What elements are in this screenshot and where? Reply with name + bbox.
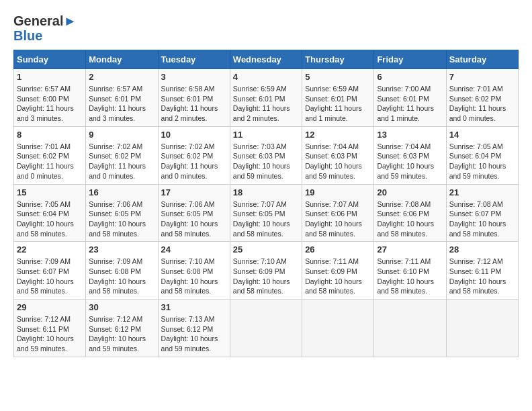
logo: General► Blue xyxy=(13,13,77,43)
day-info: Sunrise: 7:04 AMSunset: 6:03 PMDaylight:… xyxy=(377,142,434,180)
day-info: Sunrise: 6:58 AMSunset: 6:01 PMDaylight:… xyxy=(161,85,218,122)
calendar-header-cell: Sunday xyxy=(14,50,86,69)
calendar-day-cell: 16 Sunrise: 7:06 AMSunset: 6:05 PMDaylig… xyxy=(86,184,158,242)
day-info: Sunrise: 7:03 AMSunset: 6:03 PMDaylight:… xyxy=(233,142,290,180)
day-number: 7 xyxy=(449,72,515,82)
calendar-day-cell: 6 Sunrise: 7:00 AMSunset: 6:01 PMDayligh… xyxy=(374,69,446,127)
day-info: Sunrise: 7:09 AMSunset: 6:07 PMDaylight:… xyxy=(17,257,74,295)
calendar-day-cell: 1 Sunrise: 6:57 AMSunset: 6:00 PMDayligh… xyxy=(14,69,86,127)
day-number: 9 xyxy=(89,130,154,140)
calendar-day-cell: 26 Sunrise: 7:11 AMSunset: 6:09 PMDaylig… xyxy=(302,242,374,300)
day-number: 31 xyxy=(161,302,227,312)
calendar-week-row: 8 Sunrise: 7:01 AMSunset: 6:02 PMDayligh… xyxy=(14,126,519,184)
day-info: Sunrise: 7:02 AMSunset: 6:02 PMDaylight:… xyxy=(89,142,146,180)
calendar-day-cell: 11 Sunrise: 7:03 AMSunset: 6:03 PMDaylig… xyxy=(230,126,302,184)
calendar-header-cell: Saturday xyxy=(446,50,518,69)
calendar-day-cell: 24 Sunrise: 7:10 AMSunset: 6:08 PMDaylig… xyxy=(158,242,230,300)
calendar-header-cell: Thursday xyxy=(302,50,374,69)
calendar-day-cell: 15 Sunrise: 7:05 AMSunset: 6:04 PMDaylig… xyxy=(14,184,86,242)
page-header: General► Blue xyxy=(13,13,519,43)
day-number: 2 xyxy=(89,72,154,82)
calendar-day-cell: 3 Sunrise: 6:58 AMSunset: 6:01 PMDayligh… xyxy=(158,69,230,127)
day-info: Sunrise: 7:06 AMSunset: 6:05 PMDaylight:… xyxy=(161,200,218,238)
day-info: Sunrise: 7:05 AMSunset: 6:04 PMDaylight:… xyxy=(449,142,506,180)
day-number: 1 xyxy=(17,72,83,82)
day-info: Sunrise: 7:08 AMSunset: 6:07 PMDaylight:… xyxy=(449,200,506,238)
calendar-day-cell: 20 Sunrise: 7:08 AMSunset: 6:06 PMDaylig… xyxy=(374,184,446,242)
calendar-day-cell: 13 Sunrise: 7:04 AMSunset: 6:03 PMDaylig… xyxy=(374,126,446,184)
day-number: 15 xyxy=(17,187,83,197)
calendar-day-cell: 2 Sunrise: 6:57 AMSunset: 6:01 PMDayligh… xyxy=(86,69,158,127)
calendar-day-cell: 27 Sunrise: 7:11 AMSunset: 6:10 PMDaylig… xyxy=(374,242,446,300)
calendar-day-cell: 25 Sunrise: 7:10 AMSunset: 6:09 PMDaylig… xyxy=(230,242,302,300)
day-number: 20 xyxy=(377,187,443,197)
day-info: Sunrise: 7:12 AMSunset: 6:11 PMDaylight:… xyxy=(449,257,506,295)
day-number: 17 xyxy=(161,187,227,197)
day-info: Sunrise: 7:01 AMSunset: 6:02 PMDaylight:… xyxy=(449,85,506,122)
day-number: 27 xyxy=(377,244,443,255)
day-number: 22 xyxy=(17,244,83,255)
day-info: Sunrise: 6:57 AMSunset: 6:01 PMDaylight:… xyxy=(89,85,146,122)
logo-bird-icon: ► xyxy=(63,13,77,28)
calendar-header-cell: Monday xyxy=(86,50,158,69)
day-info: Sunrise: 7:12 AMSunset: 6:11 PMDaylight:… xyxy=(17,315,74,353)
day-info: Sunrise: 7:00 AMSunset: 6:01 PMDaylight:… xyxy=(377,85,434,122)
calendar-day-cell: 9 Sunrise: 7:02 AMSunset: 6:02 PMDayligh… xyxy=(86,126,158,184)
calendar-header-row: SundayMondayTuesdayWednesdayThursdayFrid… xyxy=(14,50,519,69)
day-info: Sunrise: 7:08 AMSunset: 6:06 PMDaylight:… xyxy=(377,200,434,238)
day-info: Sunrise: 7:02 AMSunset: 6:02 PMDaylight:… xyxy=(161,142,218,180)
calendar-week-row: 29 Sunrise: 7:12 AMSunset: 6:11 PMDaylig… xyxy=(14,300,519,357)
day-number: 29 xyxy=(17,302,83,312)
calendar-day-cell: 12 Sunrise: 7:04 AMSunset: 6:03 PMDaylig… xyxy=(302,126,374,184)
day-number: 19 xyxy=(305,187,371,197)
day-info: Sunrise: 7:12 AMSunset: 6:12 PMDaylight:… xyxy=(89,315,146,353)
day-number: 11 xyxy=(233,130,299,140)
day-number: 18 xyxy=(233,187,299,197)
day-info: Sunrise: 7:05 AMSunset: 6:04 PMDaylight:… xyxy=(17,200,74,238)
day-number: 3 xyxy=(161,72,227,82)
day-number: 25 xyxy=(233,244,299,255)
day-info: Sunrise: 7:11 AMSunset: 6:10 PMDaylight:… xyxy=(377,257,434,295)
day-number: 21 xyxy=(449,187,515,197)
calendar-day-cell: 21 Sunrise: 7:08 AMSunset: 6:07 PMDaylig… xyxy=(446,184,518,242)
day-number: 28 xyxy=(449,244,515,255)
calendar-day-cell: 8 Sunrise: 7:01 AMSunset: 6:02 PMDayligh… xyxy=(14,126,86,184)
logo-general: General xyxy=(13,13,63,28)
day-number: 30 xyxy=(89,302,154,312)
day-number: 12 xyxy=(305,130,371,140)
day-number: 26 xyxy=(305,244,371,255)
day-info: Sunrise: 7:10 AMSunset: 6:09 PMDaylight:… xyxy=(233,257,290,295)
calendar-week-row: 15 Sunrise: 7:05 AMSunset: 6:04 PMDaylig… xyxy=(14,184,519,242)
day-info: Sunrise: 7:13 AMSunset: 6:12 PMDaylight:… xyxy=(161,315,218,353)
calendar-day-cell: 5 Sunrise: 6:59 AMSunset: 6:01 PMDayligh… xyxy=(302,69,374,127)
calendar-week-row: 1 Sunrise: 6:57 AMSunset: 6:00 PMDayligh… xyxy=(14,69,519,127)
day-info: Sunrise: 7:07 AMSunset: 6:05 PMDaylight:… xyxy=(233,200,290,238)
day-info: Sunrise: 7:06 AMSunset: 6:05 PMDaylight:… xyxy=(89,200,146,238)
calendar-day-cell: 31 Sunrise: 7:13 AMSunset: 6:12 PMDaylig… xyxy=(158,300,230,357)
calendar-header-cell: Tuesday xyxy=(158,50,230,69)
calendar-day-cell: 4 Sunrise: 6:59 AMSunset: 6:01 PMDayligh… xyxy=(230,69,302,127)
day-number: 10 xyxy=(161,130,227,140)
calendar-header-cell: Friday xyxy=(374,50,446,69)
calendar-day-cell xyxy=(374,300,446,357)
logo-blue: Blue xyxy=(13,28,42,43)
day-number: 13 xyxy=(377,130,443,140)
calendar-day-cell: 10 Sunrise: 7:02 AMSunset: 6:02 PMDaylig… xyxy=(158,126,230,184)
calendar-body: 1 Sunrise: 6:57 AMSunset: 6:00 PMDayligh… xyxy=(14,69,519,357)
day-info: Sunrise: 6:57 AMSunset: 6:00 PMDaylight:… xyxy=(17,85,74,122)
calendar-day-cell: 22 Sunrise: 7:09 AMSunset: 6:07 PMDaylig… xyxy=(14,242,86,300)
day-number: 4 xyxy=(233,72,299,82)
calendar-day-cell: 18 Sunrise: 7:07 AMSunset: 6:05 PMDaylig… xyxy=(230,184,302,242)
day-number: 23 xyxy=(89,244,154,255)
day-info: Sunrise: 6:59 AMSunset: 6:01 PMDaylight:… xyxy=(233,85,290,122)
day-info: Sunrise: 7:11 AMSunset: 6:09 PMDaylight:… xyxy=(305,257,362,295)
day-info: Sunrise: 6:59 AMSunset: 6:01 PMDaylight:… xyxy=(305,85,362,122)
logo-text: General► Blue xyxy=(13,13,77,43)
day-info: Sunrise: 7:01 AMSunset: 6:02 PMDaylight:… xyxy=(17,142,74,180)
calendar-day-cell: 30 Sunrise: 7:12 AMSunset: 6:12 PMDaylig… xyxy=(86,300,158,357)
calendar-week-row: 22 Sunrise: 7:09 AMSunset: 6:07 PMDaylig… xyxy=(14,242,519,300)
calendar-day-cell: 7 Sunrise: 7:01 AMSunset: 6:02 PMDayligh… xyxy=(446,69,518,127)
day-info: Sunrise: 7:10 AMSunset: 6:08 PMDaylight:… xyxy=(161,257,218,295)
calendar-day-cell: 14 Sunrise: 7:05 AMSunset: 6:04 PMDaylig… xyxy=(446,126,518,184)
day-number: 8 xyxy=(17,130,83,140)
